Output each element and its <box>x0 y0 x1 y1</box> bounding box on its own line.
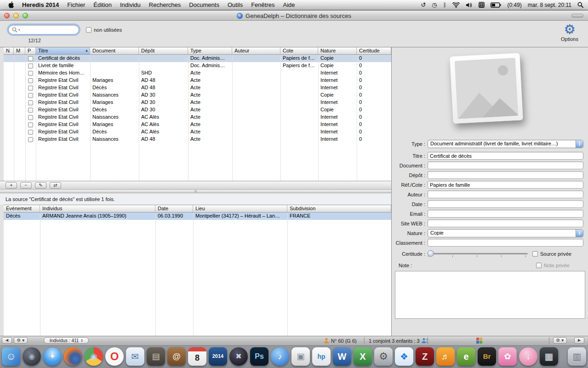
back-button[interactable]: ◀ <box>2 337 12 344</box>
itunes-dock-icon[interactable]: ♪ <box>271 347 289 366</box>
column-header-p[interactable]: P <box>25 47 36 54</box>
address-book-dock-icon[interactable]: ▤ <box>147 347 165 366</box>
search-field[interactable]: ▾ <box>8 25 79 34</box>
slider-thumb[interactable] <box>428 250 434 257</box>
heredis-2014-dock-icon[interactable]: 2014 <box>209 347 227 366</box>
row-checkbox[interactable] <box>28 78 33 83</box>
toolbar-toggle-button[interactable] <box>571 14 583 17</box>
row-checkbox[interactable] <box>28 137 33 142</box>
note-textarea[interactable] <box>395 271 585 319</box>
sources-row[interactable]: Registre Etat CivilDécèsAD 30ActeCopie0 <box>4 106 391 114</box>
sources-row[interactable]: Registre Etat CivilMariagesAD 30ActeInte… <box>4 99 391 106</box>
contacts-book-dock-icon[interactable]: @ <box>167 347 186 366</box>
menu-fichier[interactable]: Fichier <box>63 1 89 8</box>
nature-select[interactable]: Copie▲▼ <box>428 229 583 237</box>
type-select[interactable]: Document administratif (livret de famill… <box>428 140 583 148</box>
download-app-dock-icon[interactable]: ↓ <box>519 347 537 366</box>
bridge-dock-icon[interactable]: Br <box>478 347 496 366</box>
column-header-lieu[interactable]: Lieu <box>193 205 287 212</box>
time-machine-icon[interactable]: ◷ <box>432 2 437 8</box>
search-menu-chevron-icon[interactable]: ▾ <box>18 28 20 32</box>
input-menu-icon[interactable] <box>479 2 485 8</box>
menu-aide[interactable]: Aide <box>279 1 299 8</box>
bluetooth-icon[interactable]: ᛒ <box>443 2 447 8</box>
trash-dock-icon[interactable]: ▥ <box>568 347 586 366</box>
sources-row[interactable]: Registre Etat CivilNaissancesAD 30ActeCo… <box>4 92 391 99</box>
row-checkbox[interactable] <box>28 122 33 127</box>
row-checkbox[interactable] <box>28 56 33 61</box>
sources-row[interactable]: Registre Etat CivilMariagesAD 48ActeInte… <box>4 77 391 84</box>
hp-utility-dock-icon[interactable]: hp <box>312 347 331 366</box>
row-checkbox[interactable] <box>28 63 33 69</box>
remove-source-button[interactable]: − <box>20 182 32 189</box>
column-header-m[interactable]: M <box>14 47 25 54</box>
date-field[interactable] <box>428 200 583 208</box>
usage-row[interactable]: DécèsARMAND Jeanne Anaïs (1905–1990)06.0… <box>4 213 391 220</box>
menu-outils[interactable]: Outils <box>223 1 247 8</box>
titre-field[interactable] <box>428 152 583 160</box>
column-header-n[interactable]: N <box>4 47 14 54</box>
zotero-dock-icon[interactable]: Z <box>416 347 434 366</box>
system-preferences-dock-icon[interactable]: ⚙ <box>374 347 393 366</box>
row-checkbox[interactable] <box>28 130 33 135</box>
minimize-button[interactable] <box>13 13 19 18</box>
menu-heredis-2014[interactable]: Heredis 2014 <box>18 1 63 8</box>
music-app-dock-icon[interactable]: ♬ <box>436 347 455 366</box>
dropbox-dock-icon[interactable]: ❖ <box>395 347 413 366</box>
sources-row[interactable]: Registre Etat CivilNaissancesAC AlèsActe… <box>4 114 391 121</box>
menu-recherches[interactable]: Recherches <box>145 1 185 8</box>
chrome-dock-icon[interactable]: ◉ <box>85 347 103 366</box>
unused-filter-checkbox[interactable] <box>86 27 91 33</box>
sources-row[interactable]: Registre Etat CivilMariagesAC AlèsActeIn… <box>4 121 391 128</box>
keypad-app-dock-icon[interactable]: ▦ <box>540 347 558 366</box>
wifi-icon[interactable] <box>452 2 460 8</box>
sources-row[interactable]: Certificat de décèsDoc. Adminis…Papiers … <box>4 55 391 62</box>
column-header-date[interactable]: Date <box>155 205 193 212</box>
sources-row[interactable]: Livret de familleDoc. Adminis…Papiers de… <box>4 62 391 69</box>
add-source-button[interactable]: + <box>6 182 17 189</box>
evernote-dock-icon[interactable]: e <box>457 347 475 366</box>
splitter-grip[interactable] <box>194 190 197 192</box>
finder-dock-icon[interactable]: ☺ <box>2 347 20 366</box>
color-palette-icon[interactable] <box>476 338 482 344</box>
sources-row[interactable]: Registre Etat CivilDécèsAC AlèsActeInter… <box>4 128 391 136</box>
preview-dock-icon[interactable]: ▣ <box>291 347 310 366</box>
document-field[interactable] <box>428 161 583 169</box>
column-header-cote[interactable]: Cote <box>280 47 318 54</box>
word-dock-icon[interactable]: W <box>333 347 351 366</box>
options-button[interactable]: ⚙ Options <box>557 23 582 42</box>
column-header-nature[interactable]: Nature <box>318 47 357 54</box>
email-field[interactable] <box>428 210 583 218</box>
spotlight-icon[interactable] <box>577 2 583 8</box>
pink-app-dock-icon[interactable]: ✿ <box>498 347 517 366</box>
mail-dock-icon[interactable]: ✉ <box>126 347 144 366</box>
horizontal-splitter[interactable] <box>0 189 391 193</box>
column-header-titre[interactable]: Titre▲ <box>36 47 90 54</box>
column-header-subdivision[interactable]: Subdivision <box>287 205 391 212</box>
column-header-individus[interactable]: Individus <box>40 205 155 212</box>
row-checkbox[interactable] <box>28 93 33 98</box>
excel-dock-icon[interactable]: X <box>354 347 372 366</box>
quicksilver-dock-icon[interactable]: ✖ <box>229 347 248 366</box>
edit-source-button[interactable]: ✎ <box>35 182 46 189</box>
row-checkbox[interactable] <box>28 108 33 113</box>
photoshop-dock-icon[interactable]: Ps <box>250 347 268 366</box>
source-privee-checkbox[interactable] <box>532 251 538 257</box>
replace-source-button[interactable]: ⇄ <box>50 182 61 189</box>
zoom-button[interactable] <box>23 13 28 18</box>
depot-field[interactable] <box>428 171 583 179</box>
auteur-field[interactable] <box>428 190 583 198</box>
individus-dropdown[interactable]: Individus : 411 ▲▼ <box>44 337 89 344</box>
forward-button[interactable]: ▶ <box>574 337 584 344</box>
battery-icon[interactable] <box>491 2 501 8</box>
row-checkbox[interactable] <box>28 71 33 76</box>
column-header-evenement[interactable]: Événement <box>4 205 40 212</box>
column-header-document[interactable]: Document <box>90 47 139 54</box>
column-header-auteur[interactable]: Auteur <box>232 47 280 54</box>
classement-field[interactable] <box>428 239 583 247</box>
dark-sphere-app-dock-icon[interactable]: ◉ <box>23 347 41 366</box>
row-checkbox[interactable] <box>28 100 33 105</box>
row-checkbox[interactable] <box>28 86 33 91</box>
sources-row[interactable]: Mémoire des Hom…SHDActeInternet0 <box>4 69 391 77</box>
ref-cote-field[interactable] <box>428 181 583 189</box>
